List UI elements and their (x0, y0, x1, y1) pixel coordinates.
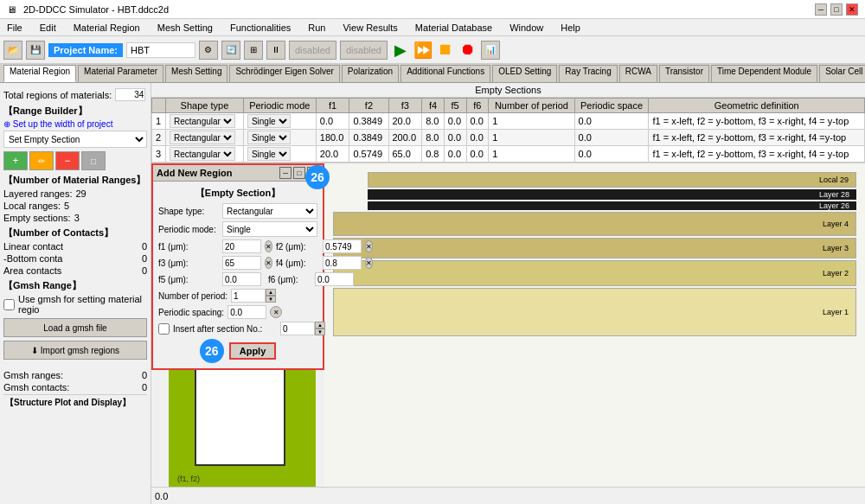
close-button[interactable]: ✕ (846, 3, 858, 16)
periodic-spacing-clear-btn[interactable]: ✕ (270, 306, 282, 318)
tab-polarization[interactable]: Polarization (342, 65, 399, 82)
chart-icon[interactable]: 📊 (481, 41, 500, 60)
tab-additional[interactable]: Additional Functions (400, 65, 490, 82)
stop-button[interactable]: ⏹ (436, 41, 455, 60)
f2-clear-btn[interactable]: ✕ (365, 240, 373, 252)
refresh-icon[interactable]: 🔄 (221, 41, 240, 60)
remove-btn[interactable]: − (55, 151, 80, 170)
apply-button[interactable]: Apply (229, 342, 277, 360)
f3-input[interactable] (222, 256, 261, 270)
layered-ranges-row: Layered ranges: 29 (3, 188, 147, 199)
setup-width-link[interactable]: ⊕ Set up the width of project (3, 119, 112, 129)
cell-num: 1 (152, 113, 166, 130)
periodic-mode-select-2[interactable]: Single (247, 147, 291, 161)
menu-material-region[interactable]: Material Region (70, 22, 144, 34)
bottom-value: 0 (142, 253, 147, 264)
edit-btn[interactable]: ✏ (29, 151, 54, 170)
tab-ray-tracing[interactable]: Ray Tracing (559, 65, 617, 82)
minimize-button[interactable]: ─ (815, 3, 827, 16)
tab-solar-cell[interactable]: Solar Cell (819, 65, 865, 82)
cell-num-period: 1 (489, 130, 574, 146)
use-gmsh-checkbox[interactable] (3, 299, 15, 310)
table-row[interactable]: 1 Rectangular Single 0.0 0.3849 20.0 8.0… (152, 113, 865, 130)
total-regions-input[interactable] (115, 88, 145, 101)
f6-input[interactable] (315, 272, 354, 286)
periodic-mode-select-0[interactable]: Single (247, 114, 291, 128)
set-empty-section-dropdown[interactable]: Set Empty Section (3, 131, 147, 148)
f1-clear-btn[interactable]: ✕ (265, 240, 272, 252)
menu-functionalities[interactable]: Functionalities (227, 22, 294, 34)
dialog-title-bar[interactable]: Add New Region ─ □ ✕ (153, 165, 323, 182)
insert-spinner: ▲ ▼ (280, 322, 325, 335)
tab-rcwa[interactable]: RCWA (619, 65, 657, 82)
periodic-mode-select[interactable]: Single (222, 221, 317, 237)
table-row[interactable]: 3 Rectangular Single 20.0 0.5749 65.0 0.… (152, 146, 865, 163)
menu-edit[interactable]: Edit (36, 22, 60, 34)
dialog-max-btn[interactable]: □ (293, 167, 305, 179)
menu-help[interactable]: Help (557, 22, 584, 34)
f5-input[interactable] (222, 272, 261, 286)
settings-icon[interactable]: ⚙ (199, 41, 218, 60)
tab-mesh-setting[interactable]: Mesh Setting (165, 65, 227, 82)
insert-down[interactable]: ▼ (315, 329, 325, 335)
shape-type-select-1[interactable]: Rectangular (170, 131, 235, 144)
play-button[interactable]: ▶ (391, 41, 410, 60)
project-name-input[interactable] (126, 42, 195, 58)
shape-type-select-0[interactable]: Rectangular (170, 114, 235, 128)
extra-btn[interactable]: □ (81, 151, 106, 170)
tab-time-dependent[interactable]: Time Dependent Module (711, 65, 817, 82)
shape-type-select-2[interactable]: Rectangular (170, 147, 235, 161)
num-period-input[interactable] (231, 289, 266, 303)
menu-material-database[interactable]: Material Database (412, 22, 496, 34)
tab-material-parameter[interactable]: Material Parameter (78, 65, 163, 82)
menu-window[interactable]: Window (506, 22, 547, 34)
disabled-btn-2[interactable]: disabled (340, 41, 388, 60)
menu-view-results[interactable]: View Results (339, 22, 400, 34)
cell-num-period: 1 (489, 146, 574, 163)
linear-value: 0 (142, 241, 147, 252)
save-icon[interactable]: 💾 (26, 41, 45, 60)
f2-input[interactable] (323, 239, 362, 253)
insert-input[interactable] (280, 322, 315, 335)
col-num (152, 99, 166, 113)
setup-width-row: ⊕ Set up the width of project (3, 119, 147, 129)
f3-clear-btn[interactable]: ✕ (265, 257, 272, 269)
table-container: Shape type Periodic mode f1 f2 f3 f4 f5 … (151, 98, 865, 163)
tab-material-region[interactable]: Material Region (3, 65, 76, 82)
tab-transistor[interactable]: Transistor (659, 65, 709, 82)
fast-forward-button[interactable]: ⏩ (413, 41, 432, 60)
insert-checkbox[interactable] (158, 323, 170, 335)
menu-mesh-setting[interactable]: Mesh Setting (154, 22, 216, 34)
cell-periodic-mode: Single (243, 113, 316, 130)
num-period-up[interactable]: ▲ (266, 289, 276, 296)
open-icon[interactable]: 📂 (3, 41, 22, 60)
dialog-min-btn[interactable]: ─ (279, 167, 292, 179)
load-gmsh-btn[interactable]: Load a gmsh file (3, 318, 147, 337)
area-label: Area contacts (3, 265, 61, 276)
cell-f1: 0.0 (316, 113, 349, 130)
insert-up[interactable]: ▲ (315, 322, 325, 329)
menu-run[interactable]: Run (304, 22, 329, 34)
tab-schrodinger[interactable]: Schrödinger Eigen Solver (229, 65, 339, 82)
table-row[interactable]: 2 Rectangular Single 180.0 0.3849 200.0 … (152, 130, 865, 146)
badge-1-container: 26 (305, 165, 330, 189)
maximize-button[interactable]: □ (830, 3, 843, 16)
f1-input[interactable] (222, 239, 261, 253)
lower-area: Add New Region ─ □ ✕ 【Empty Section】 Sha… (151, 163, 865, 487)
disabled-btn-1[interactable]: disabled (289, 41, 336, 60)
import-gmsh-btn[interactable]: ⬇ Import gmsh regions (3, 341, 147, 360)
periodic-mode-select-1[interactable]: Single (247, 131, 291, 144)
menu-file[interactable]: File (3, 22, 26, 34)
step-button[interactable]: ⏺ (458, 41, 477, 60)
periodic-spacing-input[interactable] (227, 305, 266, 319)
shape-type-select[interactable]: Rectangular (222, 203, 317, 219)
f4-input[interactable] (323, 256, 362, 270)
cell-f6: 0.0 (466, 113, 489, 130)
add-btn[interactable]: + (3, 151, 28, 170)
cell-f3: 20.0 (388, 113, 422, 130)
grid-icon[interactable]: ⊞ (244, 41, 263, 60)
tab-oled[interactable]: OLED Setting (492, 65, 557, 82)
pause-icon[interactable]: ⏸ (266, 41, 285, 60)
f4-clear-btn[interactable]: ✕ (365, 257, 373, 269)
num-period-down[interactable]: ▼ (266, 296, 276, 303)
